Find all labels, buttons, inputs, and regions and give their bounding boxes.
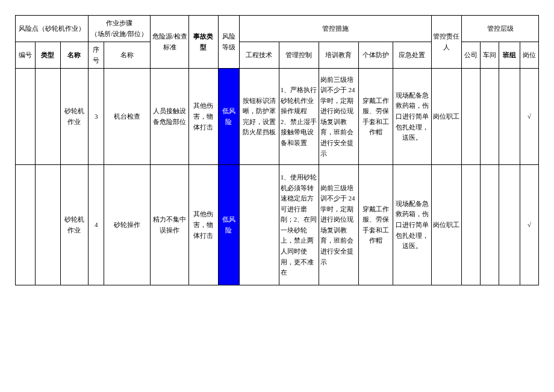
cell-post: √ [520,165,539,285]
cell-workshop [481,165,499,285]
cell-no [16,69,36,165]
cell-team [499,165,520,285]
hdr-workshop: 车间 [481,42,499,69]
cell-eng [239,165,279,285]
hdr-hazard: 危险源/检查标准 [151,16,189,69]
cell-resp: 岗位职工 [431,165,462,285]
hdr-ppe: 个体防护 [358,42,393,69]
cell-train: 岗前三级培训不少于 24 学时，定期进行岗位现场复训教育，班前会进行安全提示 [319,69,358,165]
hdr-control-measures: 管控措施 [239,16,431,42]
hdr-team: 班组 [499,42,520,69]
hdr-control-level: 管控层级 [462,16,539,42]
cell-ppe: 穿戴工作服、劳保手套和工作帽 [358,165,393,285]
cell-risk: 低风险 [218,69,239,165]
cell-seq: 4 [88,165,104,285]
data-row-1: 砂轮机作业 3 机台检查 人员接触设备危险部位 其他伤害，物体打击 低风险 按钮… [16,69,539,165]
hdr-eng: 工程技术 [239,42,279,69]
hdr-mgmt: 管理控制 [279,42,319,69]
cell-accident: 其他伤害，物体打击 [189,69,218,165]
cell-emerg: 现场配备急救药箱，伤口进行简单包扎处理，送医。 [393,69,431,165]
cell-accident: 其他伤害，物体打击 [189,165,218,285]
hdr-type: 类型 [35,42,60,69]
cell-mgmt: 1、使用砂轮机必须等转速稳定后方可进行磨削；2、在同一块砂轮上，禁止两人同时使用… [279,165,319,285]
cell-type [35,69,60,165]
hdr-company: 公司 [462,42,481,69]
cell-risk: 低风险 [218,165,239,285]
hdr-train: 培训教育 [319,42,358,69]
hdr-step-name: 名称 [104,42,151,69]
cell-seq: 3 [88,69,104,165]
cell-step: 机台检查 [104,69,151,165]
hdr-risk-point: 风险点（砂轮机作业） [16,16,89,42]
cell-resp: 岗位职工 [431,69,462,165]
cell-step: 砂轮操作 [104,165,151,285]
cell-name: 砂轮机作业 [60,165,88,285]
hdr-risk-level: 风险等级 [218,16,239,69]
data-row-2: 砂轮机作业 4 砂轮操作 精力不集中误操作 其他伤害，物体打击 低风险 1、使用… [16,165,539,285]
hdr-responsible: 管控责任人 [431,16,462,69]
cell-company [462,69,481,165]
cell-hazard: 精力不集中误操作 [151,165,189,285]
risk-assessment-table: 风险点（砂轮机作业） 作业步骤 （场所/设施/部位） 危险源/检查标准 事故类型… [15,15,539,285]
cell-workshop [481,69,499,165]
hdr-work-step: 作业步骤 （场所/设施/部位） [88,16,150,42]
hdr-seq: 序号 [88,42,104,69]
cell-mgmt: 1、严格执行砂轮机作业操作规程 2、禁止湿手接触带电设备和装置 [279,69,319,165]
cell-post: √ [520,69,539,165]
hdr-accident: 事故类型 [189,16,218,69]
cell-team [499,69,520,165]
cell-company [462,165,481,285]
hdr-name: 名称 [60,42,88,69]
hdr-emerg: 应急处置 [393,42,431,69]
cell-hazard: 人员接触设备危险部位 [151,69,189,165]
cell-train: 岗前三级培训不少于 24 学时，定期进行岗位现场复训教育，班前会进行安全提示 [319,165,358,285]
hdr-post: 岗位 [520,42,539,69]
cell-eng: 按钮标识清晰，防护罩完好，设置防火星挡板 [239,69,279,165]
cell-ppe: 穿戴工作服、劳保手套和工作帽 [358,69,393,165]
cell-no [16,165,36,285]
hdr-no: 编号 [16,42,36,69]
cell-type [35,165,60,285]
cell-name: 砂轮机作业 [60,69,88,165]
cell-emerg: 现场配备急救药箱，伤口进行简单包扎处理，送医。 [393,165,431,285]
